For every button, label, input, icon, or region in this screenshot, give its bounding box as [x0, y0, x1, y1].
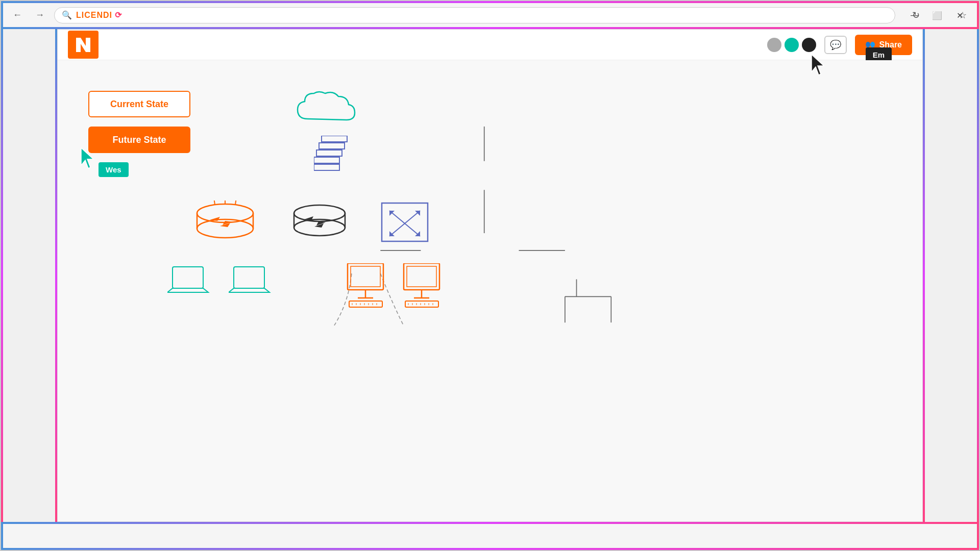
window-chrome: — ⬜ ✕ ← → 🔍 LICENDI ⟳ ↻ ≡ ☆ — [0, 0, 980, 551]
licendi-logo: LICENDI ⟳ — [76, 10, 122, 20]
gray-dot[interactable] — [767, 38, 781, 52]
computer-orange-2 — [401, 263, 452, 311]
wes-badge: Wes — [99, 162, 129, 177]
diagram-canvas[interactable]: Current State Future State Wes — [58, 60, 922, 521]
right-bar — [923, 29, 979, 522]
svg-rect-37 — [348, 263, 383, 290]
left-bar — [1, 29, 57, 522]
logo-icon — [74, 36, 92, 54]
content-area: 💬 👥 Share Em — [57, 29, 923, 522]
comment-button[interactable]: 💬 — [824, 36, 847, 54]
color-dots — [767, 38, 816, 52]
search-icon: 🔍 — [62, 10, 72, 20]
black-dot[interactable] — [802, 38, 816, 52]
diagram-toolbar: 💬 👥 Share Em — [58, 30, 922, 60]
svg-rect-41 — [349, 301, 382, 307]
svg-rect-33 — [173, 267, 203, 288]
app-logo — [68, 31, 99, 59]
switch-blue — [379, 198, 435, 251]
svg-line-19 — [213, 201, 215, 205]
svg-rect-35 — [234, 267, 264, 288]
router-orange — [192, 201, 258, 248]
svg-rect-14 — [314, 164, 339, 170]
svg-rect-12 — [316, 150, 342, 156]
svg-rect-50 — [407, 266, 436, 287]
teal-dot[interactable] — [785, 38, 799, 52]
svg-rect-38 — [351, 266, 380, 287]
close-button[interactable]: ✕ — [952, 8, 967, 22]
left-bar-inner — [3, 29, 55, 522]
maximize-button[interactable]: ⬜ — [930, 8, 944, 22]
future-state-button[interactable]: Future State — [88, 127, 190, 153]
laptop-cyan-1 — [167, 264, 218, 307]
svg-rect-11 — [319, 143, 345, 149]
title-bar-inner: — ⬜ ✕ ← → 🔍 LICENDI ⟳ ↻ ≡ ☆ — [3, 3, 977, 27]
back-button[interactable]: ← — [9, 7, 26, 23]
svg-rect-26 — [382, 203, 428, 241]
current-state-button[interactable]: Current State — [88, 91, 190, 117]
svg-line-21 — [235, 201, 237, 205]
title-bar: — ⬜ ✕ ← → 🔍 LICENDI ⟳ ↻ ≡ ☆ — [1, 1, 979, 29]
firewall-icon — [314, 136, 355, 189]
right-bar-inner — [925, 29, 977, 522]
svg-marker-32 — [389, 231, 395, 236]
bottom-bar — [1, 522, 979, 550]
svg-rect-53 — [405, 301, 438, 307]
svg-marker-31 — [415, 211, 420, 216]
minimize-button[interactable]: — — [908, 8, 922, 22]
svg-marker-30 — [415, 231, 420, 236]
bottom-bar-inner — [3, 524, 977, 548]
address-bar[interactable]: 🔍 LICENDI ⟳ — [54, 7, 895, 23]
laptop-cyan-2 — [229, 264, 280, 307]
svg-rect-13 — [314, 157, 339, 163]
cloud-icon — [292, 88, 364, 131]
computer-orange-1 — [345, 263, 396, 311]
comment-icon: 💬 — [830, 39, 841, 51]
forward-button[interactable]: → — [32, 7, 48, 23]
svg-rect-10 — [322, 136, 347, 142]
window-controls: — ⬜ ✕ — [908, 8, 967, 22]
svg-rect-49 — [404, 263, 439, 290]
router-black — [289, 203, 350, 246]
svg-marker-29 — [389, 211, 395, 216]
